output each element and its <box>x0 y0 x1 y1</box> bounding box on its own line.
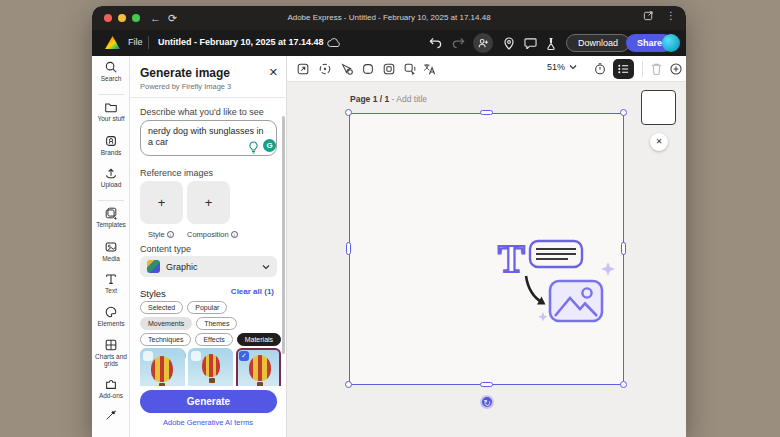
left-sidebar: Search Your stuff Brands Upload Template… <box>92 56 130 437</box>
generate-image-panel: Generate image ✕ Powered by Firefly Imag… <box>130 56 287 437</box>
sidebar-divider <box>98 94 124 95</box>
animate-icon[interactable] <box>339 61 355 77</box>
kebab-menu-icon[interactable]: ⋮ <box>666 11 676 21</box>
reference-images-label: Reference images <box>140 168 213 178</box>
panel-footer: Generate Adobe Generative AI terms <box>130 386 286 437</box>
style-thumbnail-3-selected[interactable]: ✓ <box>236 348 281 386</box>
resize-handle-right[interactable] <box>621 242 626 255</box>
chip-themes[interactable]: Themes <box>196 317 237 330</box>
style-thumbnail-2[interactable] <box>188 348 233 386</box>
comment-icon[interactable] <box>520 33 540 53</box>
style-thumbnails-row: ✓ <box>140 348 287 386</box>
text-icon <box>104 272 118 286</box>
style-checkbox-checked[interactable]: ✓ <box>239 351 249 361</box>
document-title[interactable]: Untitled - February 10, 2025 at 17.14.48 <box>158 37 324 47</box>
resize-handle-top[interactable] <box>480 110 493 115</box>
content-type-dropdown[interactable]: Graphic <box>140 256 277 277</box>
account-avatar[interactable] <box>662 34 680 52</box>
sidebar-item-media[interactable]: Media <box>92 240 130 262</box>
timer-duration-icon[interactable] <box>592 61 608 77</box>
svg-text:T: T <box>498 236 525 281</box>
canvas-area[interactable]: Page 1 / 1 - Add title T <box>287 82 686 437</box>
balloon-basket <box>209 378 215 383</box>
group-select-icon[interactable] <box>402 61 418 77</box>
zoom-level-dropdown[interactable]: 51% <box>547 62 577 72</box>
resize-handle-bottom-right[interactable] <box>620 381 627 388</box>
sidebar-item-text[interactable]: Text <box>92 272 130 294</box>
beta-flask-icon[interactable] <box>541 33 561 53</box>
prompt-suggestion-bulb-icon[interactable] <box>248 140 259 158</box>
share-button-label: Share <box>637 38 662 48</box>
window-titlebar: ← ⟳ Adobe Express - Untitled - February … <box>92 6 686 30</box>
resize-handle-bottom[interactable] <box>480 382 493 387</box>
generate-button-label: Generate <box>187 396 230 407</box>
sidebar-divider <box>98 200 124 201</box>
redo-icon[interactable] <box>448 33 468 53</box>
style-thumbnail-1[interactable] <box>140 348 185 386</box>
add-page-icon[interactable] <box>668 61 684 77</box>
download-button[interactable]: Download <box>566 34 630 52</box>
sidebar-item-your-stuff[interactable]: Your stuff <box>92 100 130 122</box>
chip-effects[interactable]: Effects <box>195 333 232 346</box>
brands-icon <box>104 134 118 148</box>
grammarly-icon[interactable]: G <box>263 139 276 152</box>
panel-scrollbar[interactable] <box>282 116 285 354</box>
sidebar-item-charts-and-grids[interactable]: Charts and grids <box>92 338 130 367</box>
chip-materials[interactable]: Materials <box>237 333 281 346</box>
sidebar-item-templates[interactable]: Templates <box>92 206 130 228</box>
replace-image-icon[interactable] <box>295 61 311 77</box>
chevron-down-icon <box>262 264 270 270</box>
rotate-handle[interactable]: ↻ <box>480 395 494 409</box>
chip-movements[interactable]: Movements <box>140 317 192 330</box>
media-icon <box>104 240 118 254</box>
add-title-label[interactable]: - Add title <box>392 94 427 104</box>
translate-text-icon[interactable] <box>421 61 437 77</box>
resize-handle-top-left[interactable] <box>345 109 352 116</box>
resize-handle-top-right[interactable] <box>620 109 627 116</box>
delete-icon[interactable] <box>648 61 664 77</box>
file-menu[interactable]: File <box>128 37 143 47</box>
add-collaborator-icon[interactable] <box>473 33 493 53</box>
resize-handle-left[interactable] <box>346 242 351 255</box>
desktop-background: ← ⟳ Adobe Express - Untitled - February … <box>0 0 780 437</box>
generative-ai-terms-link[interactable]: Adobe Generative AI terms <box>130 418 286 427</box>
panel-close-icon[interactable]: ✕ <box>269 66 278 79</box>
undo-icon[interactable] <box>425 33 445 53</box>
chip-popular[interactable]: Popular <box>187 301 227 314</box>
sidebar-item-search[interactable]: Search <box>92 60 130 82</box>
sidebar-item-upload[interactable]: Upload <box>92 166 130 188</box>
resize-handle-bottom-left[interactable] <box>345 381 352 388</box>
edit-image-icon[interactable] <box>317 61 333 77</box>
sidebar-item-generate[interactable] <box>92 408 130 422</box>
chip-techniques[interactable]: Techniques <box>140 333 191 346</box>
content-type-thumbnail <box>147 260 160 273</box>
generate-button[interactable]: Generate <box>140 390 277 413</box>
location-pin-icon[interactable] <box>499 33 519 53</box>
composition-reference-upload-tile[interactable]: + <box>187 181 230 224</box>
artboard-selected[interactable]: T <box>349 113 624 385</box>
chip-selected[interactable]: Selected <box>140 301 183 314</box>
sidebar-item-brands[interactable]: Brands <box>92 134 130 156</box>
collapse-pages-icon[interactable]: ✕ <box>650 133 668 151</box>
search-icon <box>104 60 118 74</box>
canvas-toolbar: 51% <box>287 56 686 82</box>
adobe-express-logo-icon[interactable] <box>105 36 120 49</box>
layers-panel-toggle-active[interactable] <box>613 59 634 79</box>
elements-icon <box>104 305 118 319</box>
sidebar-item-add-ons[interactable]: Add-ons <box>92 377 130 399</box>
panel-subtitle: Powered by Firefly Image 3 <box>140 82 231 91</box>
corner-radius-icon[interactable] <box>360 61 376 77</box>
style-info-icon[interactable]: i <box>167 231 174 238</box>
page-caption[interactable]: Page 1 / 1 - Add title <box>350 94 427 104</box>
style-checkbox[interactable] <box>191 351 201 361</box>
pages-strip-thumbnail[interactable] <box>641 90 676 125</box>
sidebar-label: Upload <box>101 181 122 188</box>
style-reference-upload-tile[interactable]: + <box>140 181 183 224</box>
clear-all-link[interactable]: Clear all (1) <box>231 287 274 296</box>
sidebar-item-elements[interactable]: Elements <box>92 305 130 327</box>
frame-mask-icon[interactable] <box>381 61 397 77</box>
style-checkbox[interactable] <box>143 351 153 361</box>
window-title: Adobe Express - Untitled - February 10, … <box>92 6 686 30</box>
composition-info-icon[interactable]: i <box>231 231 238 238</box>
open-in-browser-icon[interactable] <box>643 10 654 21</box>
